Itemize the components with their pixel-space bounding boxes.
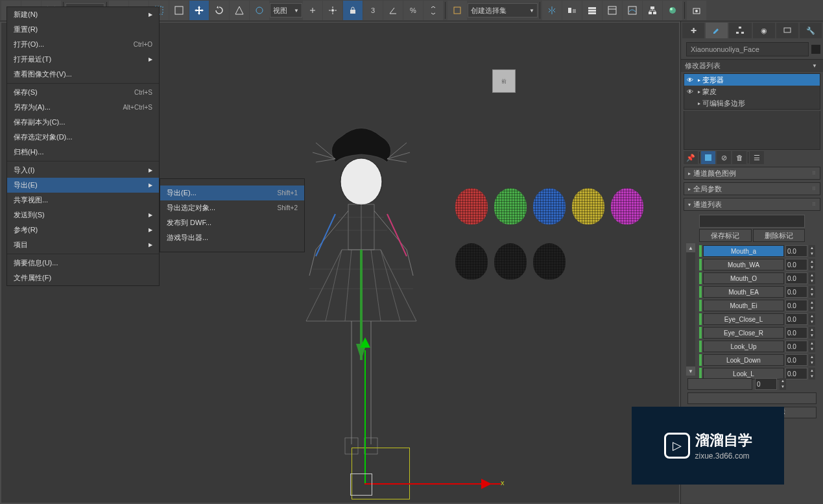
rollout-global-params[interactable]: ▸全局参数⠿ xyxy=(684,182,820,195)
align-icon[interactable] xyxy=(562,1,582,20)
angle-snap-icon[interactable] xyxy=(383,1,403,20)
morph-head-dark xyxy=(494,243,527,280)
menu-save-selected[interactable]: 保存选定对象(D)... xyxy=(7,130,159,145)
channel-mouth-wa[interactable]: Mouth_WA xyxy=(703,259,784,270)
rotate-icon[interactable] xyxy=(209,1,229,20)
svg-rect-15 xyxy=(649,12,652,14)
motion-tab-icon[interactable]: ◉ xyxy=(753,23,775,38)
menu-send-to[interactable]: 发送到(S)▶ xyxy=(7,208,159,222)
channel-mouth-o[interactable]: Mouth_O xyxy=(703,272,784,284)
save-marker-button[interactable]: 保存标记 xyxy=(699,229,752,242)
spinner-icon[interactable]: ▲▼ xyxy=(809,245,815,257)
modifier-editable-poly[interactable]: ▸可编辑多边形 xyxy=(684,97,820,109)
morph-target-heads-row1 xyxy=(455,188,643,224)
material-editor-icon[interactable] xyxy=(663,1,682,20)
configure-sets-icon[interactable]: ☰ xyxy=(750,151,764,164)
snap-toggle-icon[interactable] xyxy=(303,1,322,20)
object-name-field[interactable]: Xiaonuonuoliya_Face xyxy=(686,42,809,56)
svg-rect-16 xyxy=(653,12,656,14)
menu-new[interactable]: 新建(N)▶ xyxy=(7,7,159,22)
snap-3d-icon[interactable]: 3 xyxy=(363,1,383,20)
modifier-list-dropdown[interactable]: 修改器列表▼ xyxy=(681,59,823,72)
display-tab-icon[interactable] xyxy=(776,23,798,38)
make-unique-icon[interactable]: ⊘ xyxy=(717,151,731,164)
morph-head-blue xyxy=(533,188,566,224)
mirror-icon[interactable] xyxy=(542,1,562,20)
menu-project[interactable]: 项目▶ xyxy=(7,237,159,252)
delete-marker-button[interactable]: 删除标记 xyxy=(753,229,805,242)
svg-rect-39 xyxy=(741,32,744,34)
layer-icon[interactable] xyxy=(582,1,602,20)
svg-rect-41 xyxy=(705,154,711,161)
svg-rect-6 xyxy=(454,7,460,14)
hierarchy-tab-icon[interactable] xyxy=(729,23,751,38)
menu-open-recent[interactable]: 打开最近(T)▶ xyxy=(7,52,159,67)
svg-point-17 xyxy=(669,7,676,14)
export-submenu: 导出(E)...Shift+1 导出选定对象...Shift+2 发布到 DWF… xyxy=(160,178,305,252)
channel-mouth-ei[interactable]: Mouth_Ei xyxy=(703,300,784,311)
select-window-crossing-icon[interactable] xyxy=(169,1,189,20)
modifier-skin[interactable]: 👁▸蒙皮 xyxy=(684,86,820,97)
view-dropdown[interactable]: 视图▼ xyxy=(270,3,302,18)
marker-combo[interactable] xyxy=(699,215,805,228)
menu-save-as[interactable]: 另存为(A)...Alt+Ctrl+S xyxy=(7,100,159,115)
channel-look-down[interactable]: Look_Down xyxy=(703,354,784,366)
menu-save-copy[interactable]: 保存副本为(C)... xyxy=(7,115,159,130)
channel-eye-close-l[interactable]: Eye_Close_L xyxy=(703,313,784,325)
hidden-button[interactable] xyxy=(687,378,752,390)
utilities-tab-icon[interactable]: 🔧 xyxy=(800,23,822,38)
scale-icon[interactable] xyxy=(230,1,249,20)
menu-view-image[interactable]: 查看图像文件(V)... xyxy=(7,67,159,82)
menu-open[interactable]: 打开(O)...Ctrl+O xyxy=(7,37,159,52)
modify-tab-icon[interactable] xyxy=(706,23,728,38)
placement-icon[interactable] xyxy=(250,1,269,20)
channel-scroll-up[interactable]: ▲ xyxy=(686,243,695,252)
hidden-value[interactable]: 0 xyxy=(755,378,777,390)
watermark-logo-icon: ▷ xyxy=(664,433,690,459)
move-icon[interactable] xyxy=(189,1,209,20)
render-setup-icon[interactable] xyxy=(687,1,706,20)
hidden-button-2[interactable] xyxy=(687,392,817,404)
menu-share-view[interactable]: 共享视图... xyxy=(7,193,159,208)
modifier-morpher[interactable]: 👁▸变形器 xyxy=(684,74,820,86)
channel-scroll-down[interactable]: ▼ xyxy=(686,366,695,376)
create-tab-icon[interactable]: ✚ xyxy=(682,23,704,38)
submenu-export[interactable]: 导出(E)...Shift+1 xyxy=(160,186,304,200)
menu-reset[interactable]: 重置(R) xyxy=(7,22,159,37)
menu-export[interactable]: 导出(E)▶ xyxy=(7,178,159,193)
menu-file-properties[interactable]: 文件属性(F) xyxy=(7,270,159,285)
toggle-ribbon-icon[interactable] xyxy=(602,1,622,20)
selection-set-dropdown[interactable]: 创建选择集▼ xyxy=(468,3,538,18)
pin-stack-icon[interactable]: 📌 xyxy=(684,151,698,164)
svg-point-3 xyxy=(256,7,263,14)
selection-lock-icon[interactable] xyxy=(343,1,363,20)
menu-import[interactable]: 导入(I)▶ xyxy=(7,163,159,178)
command-panel-tabs: ✚ ◉ 🔧 xyxy=(681,21,823,40)
submenu-game-exporter[interactable]: 游戏导出器... xyxy=(160,230,304,245)
rollout-channel-color[interactable]: ▸通道颜色图例⠿ xyxy=(684,167,820,180)
snap-center-icon[interactable] xyxy=(323,1,342,20)
channel-value[interactable]: 0.0 xyxy=(785,245,807,257)
channel-mouth-ea[interactable]: Mouth_EA xyxy=(703,286,784,298)
menu-reference[interactable]: 参考(R)▶ xyxy=(7,222,159,237)
svg-rect-40 xyxy=(784,28,791,32)
spinner-snap-icon[interactable] xyxy=(423,1,443,20)
rollout-channel-list[interactable]: ▾通道列表⠿ xyxy=(684,198,820,211)
show-end-result-icon[interactable] xyxy=(701,151,715,164)
channel-look-up[interactable]: Look_Up xyxy=(703,341,784,352)
modifier-stack-tools: 📌 ⊘ 🗑 ☰ xyxy=(681,150,823,165)
named-selection-edit-icon[interactable] xyxy=(447,1,467,20)
submenu-export-selected[interactable]: 导出选定对象...Shift+2 xyxy=(160,200,304,215)
menu-save[interactable]: 保存(S)Ctrl+S xyxy=(7,85,159,100)
object-color-swatch[interactable] xyxy=(811,45,820,54)
curve-editor-icon[interactable] xyxy=(623,1,642,20)
modifier-stack[interactable]: 👁▸变形器 👁▸蒙皮 ▸可编辑多边形 xyxy=(684,73,820,110)
channel-mouth-a[interactable]: Mouth_a xyxy=(703,245,784,257)
menu-archive[interactable]: 归档(H)... xyxy=(7,145,159,160)
menu-summary-info[interactable]: 摘要信息(U)... xyxy=(7,256,159,270)
remove-modifier-icon[interactable]: 🗑 xyxy=(732,151,746,164)
percent-snap-icon[interactable]: % xyxy=(403,1,423,20)
channel-eye-close-r[interactable]: Eye_Close_R xyxy=(703,327,784,339)
submenu-publish-dwf[interactable]: 发布到 DWF... xyxy=(160,215,304,230)
schematic-icon[interactable] xyxy=(643,1,662,20)
